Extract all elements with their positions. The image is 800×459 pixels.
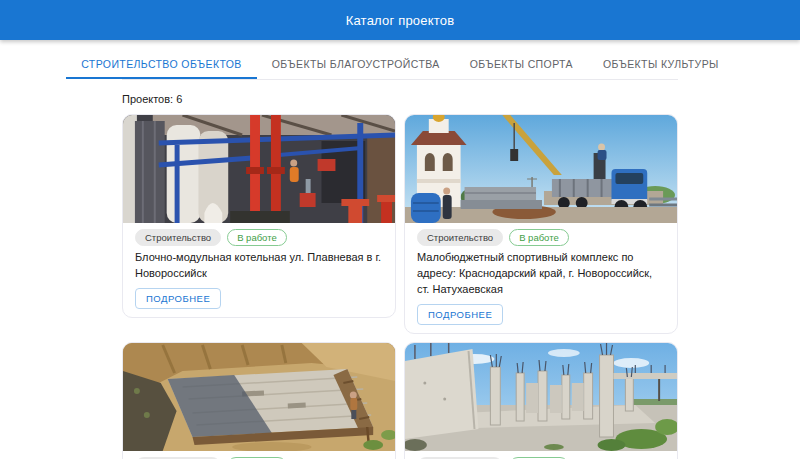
category-badge: Строительство [417, 229, 503, 246]
category-tabs: СТРОИТЕЛЬСТВО ОБЪЕКТОВ ОБЪЕКТЫ БЛАГОУСТР… [122, 49, 678, 80]
foundation-slab-photo [123, 343, 395, 451]
project-title: Малобюджетный спортивный комплекс по адр… [417, 250, 665, 298]
card-badges: Строительство В работе [135, 229, 383, 246]
concrete-columns-photo [405, 343, 677, 451]
content-container: СТРОИТЕЛЬСТВО ОБЪЕКТОВ ОБЪЕКТЫ БЛАГОУСТР… [122, 49, 678, 459]
project-card: Строительство В работе Малобюджетный спо… [404, 114, 678, 334]
tab-construction-objects[interactable]: СТРОИТЕЛЬСТВО ОБЪЕКТОВ [66, 49, 257, 79]
page-title: Каталог проектов [346, 13, 455, 28]
project-card: Строительство В работе Строительство фут… [122, 342, 396, 459]
tab-improvement-objects[interactable]: ОБЪЕКТЫ БЛАГОУСТРОЙСТВА [257, 49, 455, 79]
details-button[interactable]: ПОДРОБНЕЕ [135, 288, 221, 309]
category-badge: Строительство [135, 229, 221, 246]
projects-count: Проектов: 6 [122, 93, 678, 105]
projects-grid: Строительство В работе Блочно-модульная … [122, 114, 678, 459]
tab-culture-objects[interactable]: ОБЪЕКТЫ КУЛЬТУРЫ [588, 49, 734, 79]
tab-sport-objects[interactable]: ОБЪЕКТЫ СПОРТА [455, 49, 588, 79]
boiler-room-photo [123, 115, 395, 223]
project-title: Блочно-модульная котельная ул. Плавневая… [135, 250, 383, 282]
app-header: Каталог проектов [0, 0, 800, 40]
status-badge: В работе [509, 229, 569, 246]
details-button[interactable]: ПОДРОБНЕЕ [417, 304, 503, 325]
card-badges: Строительство В работе [417, 229, 665, 246]
project-card: Строительство В работе Блочно-модульная … [122, 114, 396, 318]
crane-truck-site-photo [405, 115, 677, 223]
project-card: Строительство В работе Строительство зда… [404, 342, 678, 459]
status-badge: В работе [227, 229, 287, 246]
